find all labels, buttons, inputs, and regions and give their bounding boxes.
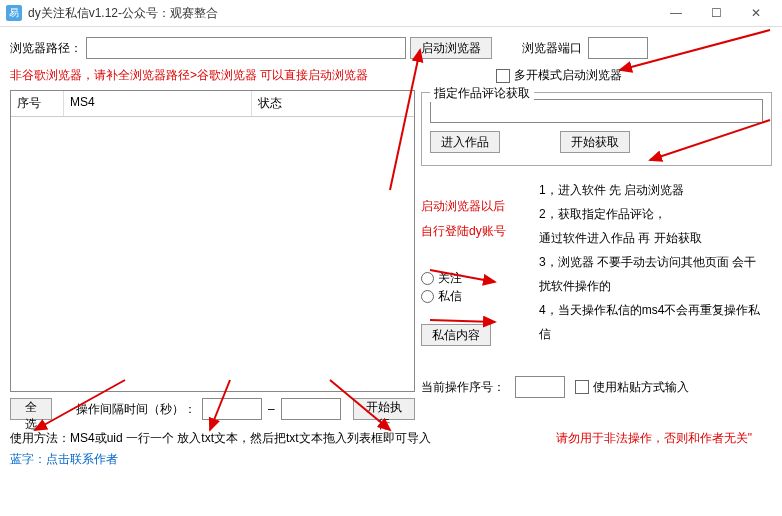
checkbox-icon — [496, 69, 510, 83]
select-all-button[interactable]: 全选 — [10, 398, 52, 420]
usage-text: MS4或uid 一行一个 放入txt文本，然后把txt文本拖入列表框即可导入 — [70, 430, 431, 447]
instruction-4: 4，当天操作私信的ms4不会再重复操作私信 — [539, 298, 772, 346]
browser-port-label: 浏览器端口 — [522, 40, 582, 57]
browser-path-input[interactable] — [86, 37, 406, 59]
enter-work-button[interactable]: 进入作品 — [430, 131, 500, 153]
paste-mode-label: 使用粘贴方式输入 — [593, 379, 689, 396]
maximize-button[interactable]: ☐ — [696, 0, 736, 26]
paste-mode-checkbox[interactable]: 使用粘贴方式输入 — [575, 379, 689, 396]
interval-to-input[interactable] — [281, 398, 341, 420]
table-col-ms4: MS4 — [64, 91, 252, 116]
multi-open-checkbox[interactable]: 多开模式启动浏览器 — [496, 67, 622, 84]
instruction-2b: 通过软件进入作品 再 开始获取 — [539, 226, 772, 250]
browser-port-input[interactable] — [588, 37, 648, 59]
after-launch-note-1: 启动浏览器以后 — [421, 198, 531, 215]
follow-radio-label: 关注 — [438, 270, 462, 287]
current-op-label: 当前操作序号： — [421, 379, 505, 396]
instruction-2: 2，获取指定作品评论， — [539, 202, 772, 226]
checkbox-icon — [575, 380, 589, 394]
instruction-3b: 扰软件操作的 — [539, 274, 772, 298]
dm-radio[interactable]: 私信 — [421, 288, 462, 305]
radio-icon — [421, 272, 434, 285]
window-title: dy关注私信v1.12-公众号：观赛整合 — [28, 5, 656, 22]
multi-open-label: 多开模式启动浏览器 — [514, 67, 622, 84]
radio-icon — [421, 290, 434, 303]
comment-url-input[interactable] — [430, 99, 763, 123]
interval-label: 操作间隔时间（秒）： — [76, 401, 196, 418]
comment-fetch-group: 指定作品评论获取 进入作品 开始获取 — [421, 92, 772, 166]
after-launch-note-2: 自行登陆dy账号 — [421, 223, 531, 240]
interval-from-input[interactable] — [202, 398, 262, 420]
dm-content-button[interactable]: 私信内容 — [421, 324, 491, 346]
contact-author-link[interactable]: 点击联系作者 — [46, 451, 118, 468]
dm-radio-label: 私信 — [438, 288, 462, 305]
usage-prefix: 使用方法： — [10, 430, 70, 447]
app-icon: 易 — [6, 5, 22, 21]
instruction-1: 1，进入软件 先 启动浏览器 — [539, 178, 772, 202]
interval-dash: – — [268, 402, 275, 416]
minimize-button[interactable]: — — [656, 0, 696, 26]
current-op-input[interactable] — [515, 376, 565, 398]
table-col-status: 状态 — [252, 91, 414, 116]
start-fetch-button[interactable]: 开始获取 — [560, 131, 630, 153]
start-exec-button[interactable]: 开始执行 — [353, 398, 415, 420]
close-button[interactable]: ✕ — [736, 0, 776, 26]
data-table[interactable]: 序号 MS4 状态 — [10, 90, 415, 392]
warning-note: 请勿用于非法操作，否则和作者无关" — [556, 430, 752, 447]
follow-radio[interactable]: 关注 — [421, 270, 462, 287]
non-chrome-note: 非谷歌浏览器，请补全浏览器路径>谷歌浏览器 可以直接启动浏览器 — [10, 67, 368, 84]
comment-fetch-title: 指定作品评论获取 — [430, 85, 534, 102]
instruction-3: 3，浏览器 不要手动去访问其他页面 会干 — [539, 250, 772, 274]
launch-browser-button[interactable]: 启动浏览器 — [410, 37, 492, 59]
blue-prefix: 蓝字： — [10, 451, 46, 468]
table-col-index: 序号 — [11, 91, 64, 116]
browser-path-label: 浏览器路径： — [10, 40, 82, 57]
